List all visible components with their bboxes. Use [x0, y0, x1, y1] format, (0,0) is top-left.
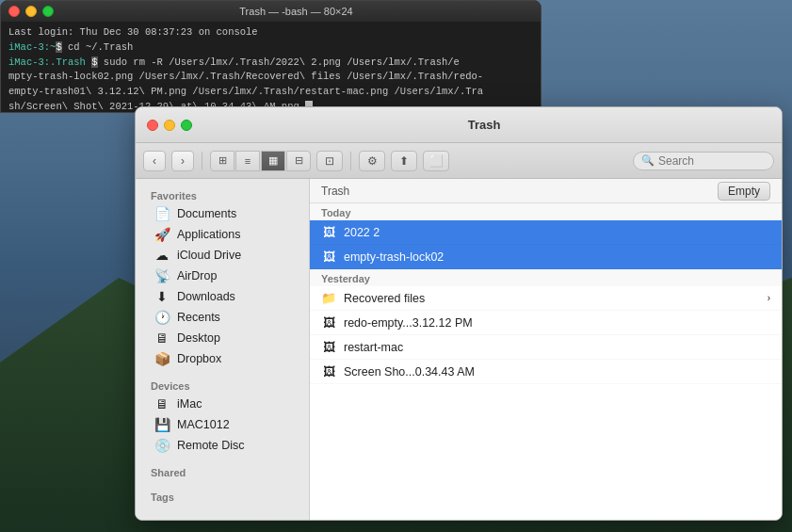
terminal-titlebar: Trash — -bash — 80×24 — [1, 1, 541, 22]
view-more-btn[interactable]: ⊡ — [316, 151, 343, 171]
sidebar-item-dropbox[interactable]: 📦 Dropbox — [136, 348, 309, 369]
finder-minimize-btn[interactable] — [164, 120, 175, 131]
date-header-yesterday: Yesterday — [310, 269, 782, 286]
sidebar-item-icloud-label: iCloud Drive — [177, 249, 241, 262]
empty-button[interactable]: Empty — [718, 182, 770, 201]
tag-button[interactable]: ⬜ — [423, 151, 449, 171]
imac-icon: 🖥 — [154, 396, 170, 411]
sidebar-item-recents-label: Recents — [177, 311, 220, 324]
view-gallery-btn[interactable]: ⊟ — [286, 151, 311, 171]
toolbar-divider-2 — [350, 152, 351, 170]
action-button[interactable]: ⚙ — [359, 151, 385, 171]
sidebar: Favorites 📄 Documents 🚀 Applications ☁ i… — [136, 179, 310, 520]
sidebar-item-icloud[interactable]: ☁ iCloud Drive — [136, 245, 309, 266]
file-row-recovered[interactable]: 📁 Recovered files › — [310, 286, 782, 311]
terminal-close-btn[interactable] — [8, 6, 20, 17]
path-bar: Trash Empty — [310, 179, 782, 203]
sidebar-section-favorites: Favorites — [136, 186, 309, 203]
sidebar-section-shared: Shared — [136, 463, 309, 480]
search-input[interactable] — [658, 154, 762, 168]
sidebar-item-downloads[interactable]: ⬇ Downloads — [136, 286, 309, 307]
forward-icon: › — [181, 154, 185, 168]
sidebar-item-desktop[interactable]: 🖥 Desktop — [136, 328, 309, 348]
file-row-2022-2[interactable]: 🖼 2022 2 — [310, 220, 782, 245]
file-icon-empty-trash: 🖼 — [321, 250, 336, 265]
sidebar-item-applications-label: Applications — [177, 228, 240, 241]
sidebar-item-documents[interactable]: 📄 Documents — [136, 203, 309, 224]
file-icon-2022-2: 🖼 — [321, 225, 336, 240]
file-icon-restart-mac: 🖼 — [321, 340, 336, 355]
share-icon: ⬆ — [399, 154, 409, 168]
finder-close-btn[interactable] — [147, 120, 158, 131]
file-name-recovered: Recovered files — [344, 292, 760, 305]
finder-toolbar: ‹ › ⊞ ≡ ▦ ⊟ ⊡ ⚙ ⬆ ⬜ 🔍 — [136, 143, 782, 179]
file-icon-redo-empty: 🖼 — [321, 315, 336, 330]
search-icon: 🔍 — [641, 154, 655, 167]
back-button[interactable]: ‹ — [143, 151, 166, 171]
sidebar-section-tags: Tags — [136, 488, 309, 505]
path-bar-label: Trash — [321, 185, 349, 198]
finder-maximize-btn[interactable] — [181, 120, 192, 131]
file-icon-recovered: 📁 — [321, 291, 336, 306]
terminal-line-1: Last login: Thu Dec 30 08:37:23 on conso… — [8, 25, 533, 40]
dropbox-icon: 📦 — [154, 351, 170, 366]
sidebar-item-downloads-label: Downloads — [177, 290, 235, 303]
file-row-screen-shot[interactable]: 🖼 Screen Sho...0.34.43 AM — [310, 360, 782, 384]
forward-button[interactable]: › — [171, 151, 194, 171]
view-buttons: ⊞ ≡ ▦ ⊟ — [210, 151, 311, 171]
view-icon-btn[interactable]: ⊞ — [210, 151, 234, 171]
finder-title: Trash — [198, 118, 770, 132]
sidebar-item-recents[interactable]: 🕐 Recents — [136, 307, 309, 328]
gear-icon: ⚙ — [367, 154, 378, 168]
sidebar-item-applications[interactable]: 🚀 Applications — [136, 224, 309, 245]
file-row-empty-trash[interactable]: 🖼 empty-trash-lock02 — [310, 245, 782, 269]
icloud-icon: ☁ — [154, 248, 170, 263]
desktop-icon: 🖥 — [154, 330, 170, 346]
documents-icon: 📄 — [154, 206, 170, 221]
file-row-restart-mac[interactable]: 🖼 restart-mac — [310, 335, 782, 360]
terminal-content: Last login: Thu Dec 30 08:37:23 on conso… — [1, 22, 541, 112]
share-button[interactable]: ⬆ — [391, 151, 417, 171]
view-more-icon: ⊡ — [325, 154, 334, 168]
sidebar-item-mac1012[interactable]: 💾 MAC1012 — [136, 414, 309, 435]
file-list: Today 🖼 2022 2 🖼 empty-trash-lock02 Yest… — [310, 203, 782, 520]
chevron-icon: › — [768, 293, 770, 303]
file-name-empty-trash: empty-trash-lock02 — [344, 250, 770, 264]
sidebar-item-desktop-label: Desktop — [177, 331, 220, 345]
sidebar-item-dropbox-label: Dropbox — [177, 352, 221, 365]
sidebar-item-remotedisc-label: Remote Disc — [177, 439, 245, 452]
view-column-btn[interactable]: ▦ — [261, 151, 285, 171]
toolbar-divider-1 — [202, 152, 202, 170]
terminal-line-3: iMac-3:.Trash $ sudo rm -R /Users/lmx/.T… — [8, 56, 533, 71]
back-icon: ‹ — [153, 154, 156, 168]
file-name-redo-empty: redo-empty...3.12.12 PM — [344, 316, 770, 330]
finder-window: Trash ‹ › ⊞ ≡ ▦ ⊟ ⊡ ⚙ ⬆ ⬜ 🔍 — [135, 106, 783, 521]
view-list-btn[interactable]: ≡ — [235, 151, 260, 171]
terminal-line-5: empty-trash01\ 3.12.12\ PM.png /Users/lm… — [8, 85, 533, 100]
sidebar-item-airdrop[interactable]: 📡 AirDrop — [136, 266, 309, 286]
terminal-minimize-btn[interactable] — [25, 6, 37, 17]
mac1012-icon: 💾 — [154, 417, 170, 432]
file-row-redo-empty[interactable]: 🖼 redo-empty...3.12.12 PM — [310, 311, 782, 335]
sidebar-item-remotedisc[interactable]: 💿 Remote Disc — [136, 435, 309, 456]
file-icon-screen-shot: 🖼 — [321, 364, 336, 379]
recents-icon: 🕐 — [154, 310, 170, 325]
date-header-today: Today — [310, 203, 782, 220]
sidebar-item-airdrop-label: AirDrop — [177, 269, 217, 282]
sidebar-section-devices: Devices — [136, 377, 309, 394]
sidebar-item-documents-label: Documents — [177, 207, 236, 220]
terminal-line-2: iMac-3:~$ cd ~/.Trash — [8, 40, 533, 56]
tag-icon: ⬜ — [429, 154, 444, 168]
search-box[interactable]: 🔍 — [633, 152, 774, 170]
sidebar-item-imac[interactable]: 🖥 iMac — [136, 394, 309, 414]
terminal-maximize-btn[interactable] — [42, 6, 54, 17]
finder-titlebar: Trash — [136, 107, 782, 143]
sidebar-item-imac-label: iMac — [177, 397, 202, 411]
file-name-screen-shot: Screen Sho...0.34.43 AM — [344, 365, 770, 379]
sidebar-item-mac1012-label: MAC1012 — [177, 418, 230, 431]
terminal-window: Trash — -bash — 80×24 Last login: Thu De… — [0, 0, 541, 113]
file-name-2022-2: 2022 2 — [344, 226, 770, 239]
downloads-icon: ⬇ — [154, 289, 170, 304]
applications-icon: 🚀 — [154, 227, 170, 242]
finder-body: Favorites 📄 Documents 🚀 Applications ☁ i… — [136, 179, 782, 520]
